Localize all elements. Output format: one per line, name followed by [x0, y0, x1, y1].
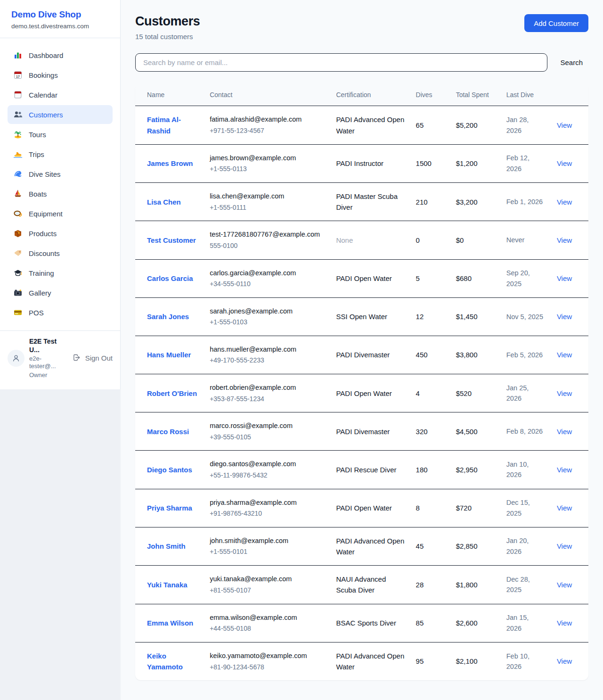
view-link[interactable]: View: [557, 466, 572, 474]
main-content: Customers 15 total customers Add Custome…: [121, 0, 603, 700]
sidebar-item-label: Products: [29, 230, 57, 238]
customer-dives: 210: [410, 182, 450, 221]
customer-phone: +81-555-0107: [210, 585, 325, 596]
customer-email: test-1772681807767@example.com: [210, 229, 325, 239]
view-link[interactable]: View: [557, 619, 572, 627]
customer-dives: 320: [410, 412, 450, 451]
customer-name-link[interactable]: Hans Mueller: [147, 351, 191, 359]
customer-name-link[interactable]: John Smith: [147, 542, 186, 550]
customer-name-link[interactable]: Robert O'Brien: [147, 389, 197, 397]
search-button[interactable]: Search: [560, 58, 583, 66]
sidebar-item-discounts[interactable]: Discounts: [8, 244, 113, 263]
view-link[interactable]: View: [557, 428, 572, 436]
sidebar-item-gallery[interactable]: Gallery: [8, 283, 113, 302]
sidebar-item-calendar[interactable]: Calendar: [8, 85, 113, 104]
view-link[interactable]: View: [557, 351, 572, 359]
view-link[interactable]: View: [557, 274, 572, 282]
customer-phone: +55-11-99876-5432: [210, 470, 325, 481]
user-info: E2E Test U... e2e-tester@... Owner: [29, 338, 68, 379]
customer-email: sarah.jones@example.com: [210, 306, 325, 316]
customer-name-link[interactable]: Emma Wilson: [147, 619, 193, 627]
customer-name-link[interactable]: Test Customer: [147, 236, 196, 244]
customer-name-link[interactable]: Keiko Yamamoto: [147, 652, 183, 671]
sign-out-button[interactable]: Sign Out: [73, 354, 113, 363]
page-title: Customers: [135, 14, 200, 29]
customer-phone: +353-87-555-1234: [210, 394, 325, 404]
customer-dives: 4: [410, 374, 450, 412]
sidebar-item-equipment[interactable]: Equipment: [8, 204, 113, 223]
view-link[interactable]: View: [557, 542, 572, 550]
table-row: Diego Santosdiego.santos@example.com+55-…: [135, 451, 588, 489]
customer-last-dive: Never: [501, 221, 551, 259]
sidebar-item-boats[interactable]: Boats: [8, 184, 113, 203]
view-link[interactable]: View: [557, 121, 572, 129]
customer-name-link[interactable]: Yuki Tanaka: [147, 581, 187, 589]
sidebar-item-training[interactable]: Training: [8, 264, 113, 282]
view-link[interactable]: View: [557, 657, 572, 665]
customer-dives: 0: [410, 221, 450, 259]
sidebar-item-tours[interactable]: Tours: [8, 125, 113, 144]
view-link[interactable]: View: [557, 198, 572, 206]
tag-icon: [13, 248, 23, 258]
customer-name-link[interactable]: Fatima Al-Rashid: [147, 115, 181, 134]
search-input[interactable]: [135, 53, 547, 72]
customer-name-link[interactable]: Lisa Chen: [147, 198, 181, 206]
sidebar-item-trips[interactable]: Trips: [8, 145, 113, 164]
customer-name-link[interactable]: James Brown: [147, 159, 193, 167]
sidebar-item-label: Dive Sites: [29, 170, 61, 178]
package-icon: [13, 229, 23, 238]
add-customer-button[interactable]: Add Customer: [524, 14, 588, 32]
customer-name-link[interactable]: Sarah Jones: [147, 313, 189, 321]
sidebar-user-footer: E2E Test U... e2e-tester@... Owner Sign …: [0, 330, 120, 389]
customer-certification: PADI Open Water: [330, 374, 410, 412]
sidebar-item-bookings[interactable]: 17Bookings: [8, 66, 113, 84]
customer-name-link[interactable]: Priya Sharma: [147, 504, 192, 512]
customer-last-dive: Feb 5, 2026: [501, 336, 551, 374]
wave-icon: [13, 169, 23, 179]
person-icon: [11, 354, 21, 363]
view-link[interactable]: View: [557, 313, 572, 321]
sidebar-item-products[interactable]: Products: [8, 224, 113, 243]
customer-dives: 95: [410, 642, 450, 680]
sidebar-item-dive-sites[interactable]: Dive Sites: [8, 165, 113, 183]
column-header: Dives: [410, 84, 450, 106]
app-root: Demo Dive Shop demo.test.divestreams.com…: [0, 0, 603, 700]
customer-total-spent: $3,800: [450, 336, 501, 374]
table-row: Fatima Al-Rashidfatima.alrashid@example.…: [135, 106, 588, 145]
customer-name-link[interactable]: Carlos Garcia: [147, 274, 193, 282]
view-link[interactable]: View: [557, 389, 572, 397]
customer-last-dive: Jan 20, 2026: [501, 527, 551, 566]
sidebar-item-label: Trips: [29, 150, 44, 158]
customer-total-spent: $4,500: [450, 412, 501, 451]
view-link[interactable]: View: [557, 159, 572, 167]
sidebar-item-label: Gallery: [29, 289, 51, 297]
customer-name-link[interactable]: Diego Santos: [147, 466, 192, 474]
column-header: [551, 84, 588, 106]
customer-dives: 85: [410, 604, 450, 642]
customer-count: 15 total customers: [135, 33, 200, 41]
sidebar-item-customers[interactable]: Customers: [8, 105, 113, 124]
sidebar-header: Demo Dive Shop demo.test.divestreams.com: [0, 0, 120, 38]
view-link[interactable]: View: [557, 236, 572, 244]
customer-email: john.smith@example.com: [210, 535, 325, 546]
customer-name-link[interactable]: Marco Rossi: [147, 428, 189, 436]
customer-phone: +49-170-555-2233: [210, 355, 325, 366]
customer-last-dive: Jan 15, 2026: [501, 604, 551, 642]
customer-certification: NAUI Advanced Scuba Diver: [330, 566, 410, 604]
table-row: Robert O'Brienrobert.obrien@example.com+…: [135, 374, 588, 412]
table-row: Sarah Jonessarah.jones@example.com+1-555…: [135, 297, 588, 336]
view-link[interactable]: View: [557, 504, 572, 512]
view-link[interactable]: View: [557, 581, 572, 589]
speedboat-icon: [13, 149, 23, 159]
sidebar-item-pos[interactable]: POS: [8, 303, 113, 322]
island-icon: [13, 130, 23, 139]
sidebar-item-dashboard[interactable]: Dashboard: [8, 46, 113, 65]
customer-phone: +1-555-0103: [210, 317, 325, 328]
customer-last-dive: Feb 8, 2026: [501, 412, 551, 451]
sidebar-item-label: Boats: [29, 190, 47, 198]
table-row: James Brownjames.brown@example.com+1-555…: [135, 144, 588, 182]
credit-card-icon: [13, 308, 23, 317]
table-row: Hans Muellerhans.mueller@example.com+49-…: [135, 336, 588, 374]
customer-certification: SSI Open Water: [330, 297, 410, 336]
customer-last-dive: Jan 25, 2026: [501, 374, 551, 412]
